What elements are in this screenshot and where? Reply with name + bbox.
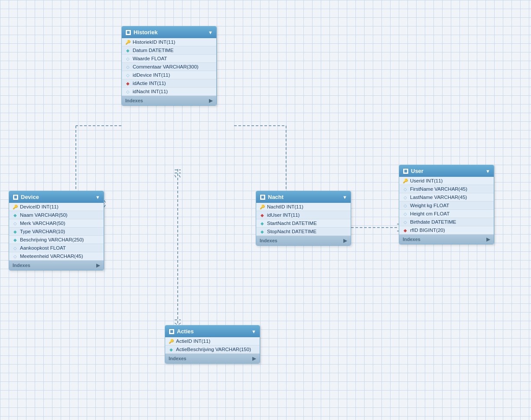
field-row: 🔑 Userid INT(11) — [399, 177, 494, 185]
diamond-empty-icon: ◇ — [403, 219, 408, 225]
field-row: ◇ Birthdate DATETIME — [399, 218, 494, 226]
table-dropdown-icon[interactable]: ▼ — [95, 195, 100, 200]
table-fields-user: 🔑 Userid INT(11) ◇ FirstName VARCHAR(45)… — [399, 177, 494, 234]
diamond-filled-icon: ◆ — [260, 229, 265, 234]
field-name: Datum DATETIME — [133, 48, 173, 53]
table-footer-nacht[interactable]: Indexes ▶ — [256, 236, 351, 245]
field-name: Birthdate DATETIME — [410, 219, 456, 225]
footer-arrow-icon[interactable]: ▶ — [209, 98, 213, 104]
table-nacht: ▦ Nacht ▼ 🔑 NachtID INT(11) ◆ idUser INT… — [256, 191, 351, 246]
diamond-empty-icon: ◇ — [125, 89, 130, 94]
field-name: idNacht INT(11) — [133, 89, 168, 94]
field-row: ◆ Beschrijving VARCHAR(250) — [9, 236, 104, 244]
diamond-empty-icon: ◇ — [125, 56, 130, 61]
diamond-red-icon: ◆ — [125, 81, 130, 86]
table-dropdown-icon[interactable]: ▼ — [485, 169, 490, 174]
key-icon: 🔑 — [125, 39, 130, 45]
table-header-nacht[interactable]: ▦ Nacht ▼ — [256, 191, 351, 203]
field-row: ◆ Type VARCHAR(10) — [9, 228, 104, 236]
footer-arrow-icon[interactable]: ▶ — [343, 238, 347, 244]
svg-line-3 — [104, 200, 106, 204]
table-title: Nacht — [268, 194, 283, 200]
table-header-historiek[interactable]: ▦ Historiek ▼ — [122, 26, 216, 38]
diamond-filled-icon: ◆ — [13, 212, 18, 218]
table-title: User — [411, 168, 423, 174]
table-dropdown-icon[interactable]: ▼ — [251, 329, 256, 334]
table-historiek: ▦ Historiek ▼ 🔑 HistoriekID INT(11) ◆ Da… — [121, 26, 217, 106]
table-type-icon: ▦ — [125, 29, 131, 36]
field-name: Merk VARCHAR(50) — [20, 221, 65, 226]
table-dropdown-icon[interactable]: ▼ — [342, 195, 347, 200]
field-row: ◇ idNacht INT(11) — [122, 88, 216, 96]
field-name: NachtID INT(11) — [267, 204, 303, 209]
field-name: Height cm FLOAT — [410, 211, 450, 216]
indexes-label: Indexes — [403, 237, 420, 242]
table-header-user[interactable]: ▦ User ▼ — [399, 165, 494, 177]
diamond-filled-icon: ◆ — [13, 229, 18, 234]
diamond-empty-icon: ◇ — [403, 186, 408, 192]
field-row: ◇ Commentaar VARCHAR(300) — [122, 63, 216, 71]
field-row: ◆ Naam VARCHAR(50) — [9, 211, 104, 219]
field-name: LastName VARCHAR(45) — [410, 195, 467, 200]
field-name: StartNacht DATETIME — [267, 221, 317, 226]
table-fields-device: 🔑 DeviceID INT(11) ◆ Naam VARCHAR(50) ◇ … — [9, 203, 104, 260]
field-row: ◆ StartNacht DATETIME — [256, 219, 351, 228]
table-title: Historiek — [134, 29, 158, 36]
field-row: ◆ rfID BIGINT(20) — [399, 226, 494, 234]
diamond-empty-icon: ◇ — [403, 203, 408, 208]
field-name: idUser INT(11) — [267, 212, 300, 218]
footer-arrow-icon[interactable]: ▶ — [252, 355, 256, 361]
field-name: Naam VARCHAR(50) — [20, 212, 68, 218]
field-name: HistoriekID INT(11) — [133, 39, 175, 45]
field-name: FirstName VARCHAR(45) — [410, 186, 467, 192]
field-row: ◆ idActie INT(11) — [122, 79, 216, 88]
key-icon: 🔑 — [260, 204, 265, 209]
footer-arrow-icon[interactable]: ▶ — [486, 236, 490, 242]
diamond-filled-icon: ◆ — [125, 48, 130, 53]
field-row: ◇ idDevice INT(11) — [122, 71, 216, 79]
table-footer-acties[interactable]: Indexes ▶ — [165, 354, 260, 363]
svg-line-19 — [179, 175, 181, 178]
field-row: ◇ LastName VARCHAR(45) — [399, 193, 494, 202]
table-type-icon: ▦ — [260, 194, 266, 200]
diamond-red-icon: ◆ — [403, 228, 408, 233]
table-dropdown-icon[interactable]: ▼ — [208, 30, 213, 35]
table-device: ▦ Device ▼ 🔑 DeviceID INT(11) ◆ Naam VAR… — [9, 191, 104, 270]
table-fields-acties: 🔑 ActieID INT(11) ◆ ActieBeschrijving VA… — [165, 337, 260, 354]
table-footer-user[interactable]: Indexes ▶ — [399, 234, 494, 244]
diamond-empty-icon: ◇ — [13, 221, 18, 226]
diamond-empty-icon: ◇ — [125, 72, 130, 78]
indexes-label: Indexes — [169, 356, 186, 361]
field-row: ◆ idUser INT(11) — [256, 211, 351, 219]
key-icon: 🔑 — [169, 339, 174, 344]
diamond-filled-icon: ◆ — [169, 347, 174, 352]
field-row: ◆ ActieBeschrijving VARCHAR(150) — [165, 345, 260, 354]
key-icon: 🔑 — [403, 178, 408, 183]
field-row: ◇ Aankoopkost FLOAT — [9, 244, 104, 252]
table-title: Device — [21, 194, 39, 200]
table-header-device[interactable]: ▦ Device ▼ — [9, 191, 104, 203]
field-name: idActie INT(11) — [133, 81, 166, 86]
field-row: 🔑 HistoriekID INT(11) — [122, 38, 216, 46]
field-name: Beschrijving VARCHAR(250) — [20, 237, 84, 242]
field-row: ◇ Weight kg FLOAT — [399, 202, 494, 210]
field-name: idDevice INT(11) — [133, 72, 170, 78]
table-footer-historiek[interactable]: Indexes ▶ — [122, 96, 216, 105]
field-row: 🔑 ActieID INT(11) — [165, 337, 260, 345]
field-name: ActieID INT(11) — [176, 339, 210, 344]
table-acties: ▦ Acties ▼ 🔑 ActieID INT(11) ◆ ActieBesc… — [165, 325, 260, 364]
table-fields-nacht: 🔑 NachtID INT(11) ◆ idUser INT(11) ◆ Sta… — [256, 203, 351, 236]
field-row: ◆ StopNacht DATETIME — [256, 228, 351, 236]
field-row: 🔑 NachtID INT(11) — [256, 203, 351, 211]
diamond-empty-icon: ◇ — [403, 195, 408, 200]
table-title: Acties — [177, 328, 194, 335]
field-row: ◇ Height cm FLOAT — [399, 210, 494, 218]
field-row: ◇ Meeteenheid VARCHAR(45) — [9, 252, 104, 260]
footer-arrow-icon[interactable]: ▶ — [96, 262, 100, 268]
field-name: Commentaar VARCHAR(300) — [133, 64, 199, 69]
diamond-red-icon: ◆ — [260, 212, 265, 218]
field-name: Userid INT(11) — [410, 178, 443, 183]
field-name: Aankoopkost FLOAT — [20, 245, 66, 251]
table-footer-device[interactable]: Indexes ▶ — [9, 260, 104, 270]
table-header-acties[interactable]: ▦ Acties ▼ — [165, 326, 260, 337]
